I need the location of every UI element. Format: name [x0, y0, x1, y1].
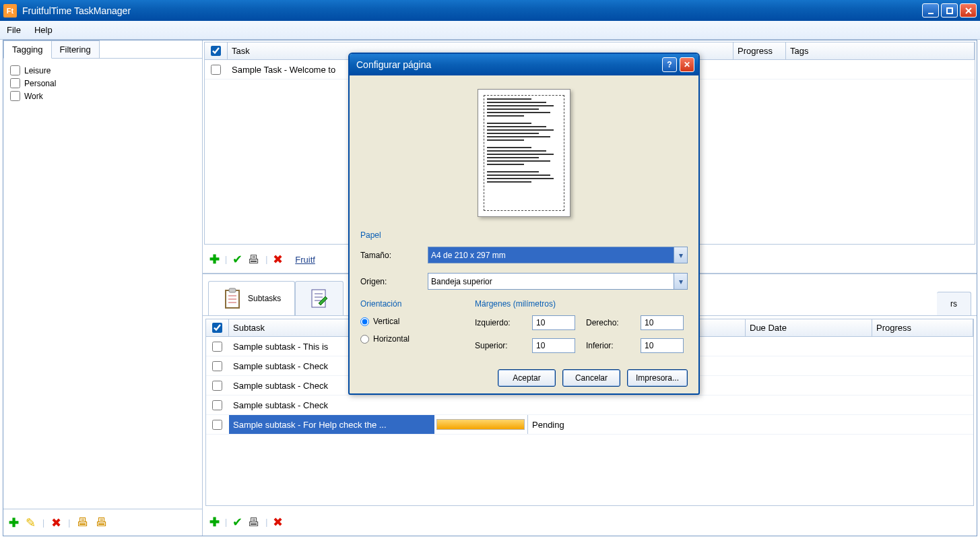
- svg-rect-3: [229, 288, 236, 292]
- app-icon: Ft: [3, 4, 17, 18]
- orientation-legend: Orientación: [360, 299, 455, 309]
- task-checkbox[interactable]: [211, 65, 221, 75]
- dialog-close-button[interactable]: ✕: [680, 57, 694, 72]
- tab-notes[interactable]: [295, 281, 344, 315]
- paper-legend: Papel: [360, 230, 688, 240]
- radio-horizontal[interactable]: [360, 335, 369, 344]
- complete-task-button[interactable]: ✔: [232, 252, 242, 267]
- subtasks-select-all[interactable]: [212, 323, 222, 333]
- subtask-name: Sample subtask - Check: [229, 395, 434, 414]
- dialog-title: Configurar página: [354, 59, 659, 70]
- menu-help[interactable]: Help: [34, 25, 53, 35]
- add-subtask-button[interactable]: ✚: [209, 515, 220, 530]
- dialog-help-button[interactable]: ?: [662, 57, 677, 72]
- tab-subtasks-label: Subtasks: [248, 294, 281, 303]
- sidebar-toolbar: ✚ ✎ | ✖ | 🖶 🖶: [3, 509, 202, 536]
- orientation-horizontal-label: Horizontal: [373, 334, 410, 344]
- dialog-titlebar: Configurar página ? ✕: [350, 54, 698, 75]
- tag-action2-button[interactable]: 🖶: [96, 515, 108, 530]
- chevron-down-icon: ▾: [674, 247, 687, 263]
- margin-top-label: Superior:: [475, 341, 525, 350]
- margin-top-input[interactable]: [532, 338, 575, 353]
- subtask-checkbox[interactable]: [212, 381, 222, 391]
- tag-item[interactable]: Work: [10, 90, 195, 102]
- tag-label: Leisure: [24, 66, 51, 75]
- tag-item[interactable]: Personal: [10, 77, 195, 90]
- progress-bar: [436, 419, 525, 430]
- menu-file[interactable]: File: [7, 25, 21, 35]
- tag-checkbox[interactable]: [10, 91, 20, 101]
- add-tag-button[interactable]: ✚: [9, 515, 19, 530]
- window-title: FruitfulTime TaskManager: [22, 5, 922, 16]
- col-due[interactable]: Due Date: [746, 319, 872, 336]
- delete-tag-button[interactable]: ✖: [51, 515, 61, 530]
- minimize-button[interactable]: [922, 3, 939, 18]
- menubar: File Help: [0, 21, 980, 40]
- orientation-horizontal-radio[interactable]: Horizontal: [360, 334, 455, 344]
- tasks-select-all[interactable]: [211, 46, 221, 56]
- margin-left-label: Izquierdo:: [475, 318, 525, 327]
- margins-legend: Márgenes (milímetros): [475, 299, 688, 309]
- tasks-link[interactable]: Fruitf: [295, 255, 315, 265]
- close-button[interactable]: [960, 3, 977, 18]
- subtask-status: Pending: [527, 415, 746, 434]
- delete-subtask-button[interactable]: ✖: [273, 515, 283, 530]
- add-task-button[interactable]: ✚: [209, 252, 220, 267]
- margin-left-input[interactable]: [532, 315, 575, 330]
- printer-button[interactable]: Impresora...: [627, 369, 688, 387]
- tag-label: Work: [24, 92, 43, 101]
- tag-item[interactable]: Leisure: [10, 64, 195, 77]
- tag-checkbox[interactable]: [10, 78, 20, 88]
- accept-button[interactable]: Aceptar: [498, 369, 556, 387]
- subtask-row[interactable]: Sample subtask - For Help check the ... …: [206, 415, 973, 435]
- edit-icon: [309, 288, 329, 309]
- tab-subtasks[interactable]: Subtasks: [208, 281, 295, 315]
- print-subtasks-button[interactable]: 🖶: [248, 515, 260, 530]
- tag-list: Leisure Personal Work: [3, 59, 202, 509]
- margin-bottom-label: Inferior:: [586, 341, 634, 350]
- tag-label: Personal: [24, 79, 56, 88]
- subtask-checkbox[interactable]: [212, 400, 222, 410]
- svg-rect-0: [928, 13, 934, 14]
- subtask-checkbox[interactable]: [212, 342, 222, 352]
- col-sub-progress[interactable]: Progress: [872, 319, 973, 336]
- subtask-checkbox[interactable]: [212, 420, 222, 430]
- paper-size-select[interactable]: A4 de 210 x 297 mm ▾: [428, 247, 688, 263]
- tag-checkbox[interactable]: [10, 65, 20, 75]
- radio-vertical[interactable]: [360, 317, 369, 326]
- orientation-vertical-label: Vertical: [373, 317, 399, 326]
- chevron-down-icon: ▾: [674, 274, 687, 289]
- margin-right-input[interactable]: [641, 315, 684, 330]
- subtasks-toolbar: ✚ | ✔ 🖶 | ✖: [203, 509, 977, 536]
- maximize-icon: [946, 7, 954, 15]
- sidebar: Tagging Filtering Leisure Personal Work …: [3, 40, 203, 536]
- page-setup-dialog: Configurar página ? ✕ Papel: [348, 53, 700, 395]
- close-icon: [965, 7, 973, 15]
- edit-tag-button[interactable]: ✎: [26, 515, 36, 530]
- col-tags[interactable]: Tags: [786, 42, 975, 59]
- subtask-checkbox[interactable]: [212, 361, 222, 371]
- subtask-name: Sample subtask - For Help check the ...: [229, 415, 434, 434]
- paper-source-value: Bandeja superior: [431, 277, 492, 286]
- svg-rect-1: [947, 8, 952, 13]
- paper-size-value: A4 de 210 x 297 mm: [431, 251, 506, 260]
- subtask-row[interactable]: Sample subtask - Check: [206, 395, 973, 415]
- tab-other[interactable]: rs: [937, 292, 971, 315]
- col-progress[interactable]: Progress: [733, 42, 786, 59]
- minimize-icon: [927, 7, 935, 15]
- tab-filtering[interactable]: Filtering: [51, 40, 100, 58]
- tab-tagging[interactable]: Tagging: [3, 40, 52, 59]
- clipboard-icon: [222, 288, 242, 309]
- print-tasks-button[interactable]: 🖶: [248, 253, 260, 267]
- delete-task-button[interactable]: ✖: [273, 252, 283, 267]
- margin-right-label: Derecho:: [586, 318, 634, 327]
- cancel-button[interactable]: Cancelar: [562, 369, 620, 387]
- complete-subtask-button[interactable]: ✔: [232, 515, 242, 530]
- maximize-button[interactable]: [941, 3, 958, 18]
- orientation-vertical-radio[interactable]: Vertical: [360, 317, 455, 326]
- margin-bottom-input[interactable]: [641, 338, 684, 353]
- source-label: Origen:: [360, 277, 428, 286]
- paper-source-select[interactable]: Bandeja superior ▾: [428, 273, 688, 290]
- tag-action1-button[interactable]: 🖶: [77, 515, 89, 530]
- page-preview: [478, 89, 570, 217]
